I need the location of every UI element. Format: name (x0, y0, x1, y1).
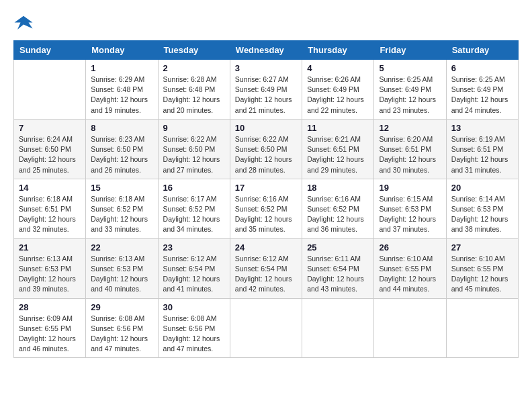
day-info: Sunrise: 6:14 AM Sunset: 6:53 PM Dayligh… (451, 194, 513, 235)
day-info: Sunrise: 6:26 AM Sunset: 6:49 PM Dayligh… (307, 75, 369, 116)
calendar-header: SundayMondayTuesdayWednesdayThursdayFrid… (14, 41, 519, 60)
day-info: Sunrise: 6:21 AM Sunset: 6:51 PM Dayligh… (307, 134, 369, 175)
day-cell: 22Sunrise: 6:13 AM Sunset: 6:53 PM Dayli… (86, 238, 158, 298)
day-cell (374, 298, 446, 358)
day-cell: 23Sunrise: 6:12 AM Sunset: 6:54 PM Dayli… (158, 238, 230, 298)
day-number: 29 (91, 302, 152, 312)
day-info: Sunrise: 6:18 AM Sunset: 6:51 PM Dayligh… (19, 194, 81, 235)
day-cell: 7Sunrise: 6:24 AM Sunset: 6:50 PM Daylig… (14, 119, 86, 179)
day-cell: 26Sunrise: 6:10 AM Sunset: 6:55 PM Dayli… (374, 238, 446, 298)
day-number: 1 (91, 63, 152, 73)
day-number: 5 (379, 63, 441, 73)
day-info: Sunrise: 6:19 AM Sunset: 6:51 PM Dayligh… (451, 134, 513, 175)
day-info: Sunrise: 6:16 AM Sunset: 6:52 PM Dayligh… (235, 194, 297, 235)
day-number: 18 (307, 183, 369, 193)
header-cell-monday: Monday (86, 41, 158, 60)
header-cell-friday: Friday (374, 41, 446, 60)
day-cell: 6Sunrise: 6:25 AM Sunset: 6:49 PM Daylig… (446, 60, 518, 120)
day-cell: 2Sunrise: 6:28 AM Sunset: 6:48 PM Daylig… (158, 60, 230, 120)
day-cell (14, 60, 86, 120)
day-number: 4 (307, 63, 369, 73)
header-cell-saturday: Saturday (446, 41, 518, 60)
day-number: 7 (19, 123, 81, 133)
day-number: 11 (307, 123, 369, 133)
day-cell: 28Sunrise: 6:09 AM Sunset: 6:55 PM Dayli… (14, 298, 86, 358)
day-number: 21 (19, 242, 81, 253)
week-row-3: 14Sunrise: 6:18 AM Sunset: 6:51 PM Dayli… (14, 179, 519, 238)
day-number: 24 (235, 242, 297, 253)
day-number: 22 (91, 242, 152, 253)
day-cell: 20Sunrise: 6:14 AM Sunset: 6:53 PM Dayli… (446, 179, 518, 238)
day-info: Sunrise: 6:16 AM Sunset: 6:52 PM Dayligh… (307, 194, 369, 235)
day-info: Sunrise: 6:12 AM Sunset: 6:54 PM Dayligh… (163, 254, 225, 295)
day-number: 15 (91, 183, 152, 193)
day-cell: 11Sunrise: 6:21 AM Sunset: 6:51 PM Dayli… (302, 119, 374, 179)
day-cell: 21Sunrise: 6:13 AM Sunset: 6:53 PM Dayli… (14, 238, 86, 298)
day-number: 30 (163, 302, 225, 312)
day-cell: 14Sunrise: 6:18 AM Sunset: 6:51 PM Dayli… (14, 179, 86, 238)
svg-marker-0 (15, 16, 33, 30)
day-cell: 9Sunrise: 6:22 AM Sunset: 6:50 PM Daylig… (158, 119, 230, 179)
day-number: 14 (19, 183, 81, 193)
day-cell: 24Sunrise: 6:12 AM Sunset: 6:54 PM Dayli… (230, 238, 302, 298)
day-number: 17 (235, 183, 297, 193)
day-cell: 13Sunrise: 6:19 AM Sunset: 6:51 PM Dayli… (446, 119, 518, 179)
day-cell (230, 298, 302, 358)
day-number: 12 (379, 123, 441, 133)
day-number: 27 (451, 242, 513, 253)
day-info: Sunrise: 6:22 AM Sunset: 6:50 PM Dayligh… (163, 134, 225, 175)
day-info: Sunrise: 6:20 AM Sunset: 6:51 PM Dayligh… (379, 134, 441, 175)
header-cell-wednesday: Wednesday (230, 41, 302, 60)
day-info: Sunrise: 6:08 AM Sunset: 6:56 PM Dayligh… (163, 314, 225, 355)
day-info: Sunrise: 6:13 AM Sunset: 6:53 PM Dayligh… (91, 254, 152, 295)
day-cell: 12Sunrise: 6:20 AM Sunset: 6:51 PM Dayli… (374, 119, 446, 179)
header-cell-tuesday: Tuesday (158, 41, 230, 60)
day-number: 19 (379, 183, 441, 193)
day-number: 9 (163, 123, 225, 133)
day-number: 2 (163, 63, 225, 73)
day-cell: 25Sunrise: 6:11 AM Sunset: 6:54 PM Dayli… (302, 238, 374, 298)
day-info: Sunrise: 6:17 AM Sunset: 6:52 PM Dayligh… (163, 194, 225, 235)
day-cell: 3Sunrise: 6:27 AM Sunset: 6:49 PM Daylig… (230, 60, 302, 120)
header-row: SundayMondayTuesdayWednesdayThursdayFrid… (14, 41, 519, 60)
day-info: Sunrise: 6:27 AM Sunset: 6:49 PM Dayligh… (235, 75, 297, 116)
day-info: Sunrise: 6:28 AM Sunset: 6:48 PM Dayligh… (163, 75, 225, 116)
day-cell (446, 298, 518, 358)
day-cell: 17Sunrise: 6:16 AM Sunset: 6:52 PM Dayli… (230, 179, 302, 238)
day-number: 20 (451, 183, 513, 193)
day-number: 23 (163, 242, 225, 253)
day-info: Sunrise: 6:10 AM Sunset: 6:55 PM Dayligh… (451, 254, 513, 295)
header-cell-thursday: Thursday (302, 41, 374, 60)
day-cell: 29Sunrise: 6:08 AM Sunset: 6:56 PM Dayli… (86, 298, 158, 358)
week-row-2: 7Sunrise: 6:24 AM Sunset: 6:50 PM Daylig… (14, 119, 519, 179)
day-info: Sunrise: 6:08 AM Sunset: 6:56 PM Dayligh… (91, 314, 152, 355)
day-number: 28 (19, 302, 81, 312)
calendar-table: SundayMondayTuesdayWednesdayThursdayFrid… (13, 40, 519, 358)
day-number: 10 (235, 123, 297, 133)
day-cell: 10Sunrise: 6:22 AM Sunset: 6:50 PM Dayli… (230, 119, 302, 179)
day-cell: 16Sunrise: 6:17 AM Sunset: 6:52 PM Dayli… (158, 179, 230, 238)
day-info: Sunrise: 6:11 AM Sunset: 6:54 PM Dayligh… (307, 254, 369, 295)
day-number: 6 (451, 63, 513, 73)
header-cell-sunday: Sunday (14, 41, 86, 60)
day-cell: 19Sunrise: 6:15 AM Sunset: 6:53 PM Dayli… (374, 179, 446, 238)
day-info: Sunrise: 6:24 AM Sunset: 6:50 PM Dayligh… (19, 134, 81, 175)
week-row-4: 21Sunrise: 6:13 AM Sunset: 6:53 PM Dayli… (14, 238, 519, 298)
day-cell: 8Sunrise: 6:23 AM Sunset: 6:50 PM Daylig… (86, 119, 158, 179)
day-info: Sunrise: 6:23 AM Sunset: 6:50 PM Dayligh… (91, 134, 152, 175)
day-cell: 4Sunrise: 6:26 AM Sunset: 6:49 PM Daylig… (302, 60, 374, 120)
day-number: 13 (451, 123, 513, 133)
logo-icon (13, 13, 34, 34)
day-number: 25 (307, 242, 369, 253)
calendar-body: 1Sunrise: 6:29 AM Sunset: 6:48 PM Daylig… (14, 60, 519, 358)
logo (13, 13, 36, 34)
day-info: Sunrise: 6:22 AM Sunset: 6:50 PM Dayligh… (235, 134, 297, 175)
day-cell: 5Sunrise: 6:25 AM Sunset: 6:49 PM Daylig… (374, 60, 446, 120)
day-number: 16 (163, 183, 225, 193)
day-number: 3 (235, 63, 297, 73)
day-info: Sunrise: 6:12 AM Sunset: 6:54 PM Dayligh… (235, 254, 297, 295)
day-info: Sunrise: 6:25 AM Sunset: 6:49 PM Dayligh… (379, 75, 441, 116)
day-cell: 27Sunrise: 6:10 AM Sunset: 6:55 PM Dayli… (446, 238, 518, 298)
day-number: 8 (91, 123, 152, 133)
day-info: Sunrise: 6:29 AM Sunset: 6:48 PM Dayligh… (91, 75, 152, 116)
